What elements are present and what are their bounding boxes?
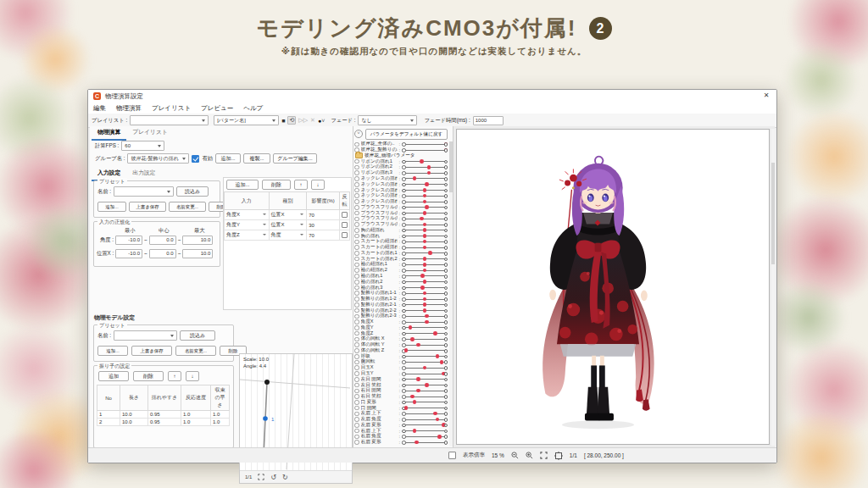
param-radio-icon[interactable] [354,325,359,330]
param-radio-icon[interactable] [354,240,359,245]
param-radio-icon[interactable] [354,423,359,428]
cell-no[interactable]: 2 [97,419,120,426]
fade-combo[interactable]: なし [358,115,417,125]
param-radio-icon[interactable] [354,245,359,250]
param-slider[interactable] [402,205,448,209]
param-slider-thumb[interactable] [444,142,448,147]
model-preset-name-combo[interactable] [114,330,177,341]
type-combo[interactable]: 角度 [271,231,305,239]
param-slider-thumb[interactable] [444,148,448,152]
param-slider-thumb[interactable] [425,314,429,319]
invert-checkbox[interactable] [342,212,348,218]
param-slider[interactable] [402,240,448,244]
fit-view-icon[interactable] [258,474,264,480]
param-radio-icon[interactable] [354,342,359,347]
frame-view-icon[interactable] [554,452,563,460]
param-radio-icon[interactable] [354,314,359,319]
param-slider[interactable] [402,291,448,296]
param-slider[interactable] [402,331,448,336]
input-add-button[interactable]: 追加... [226,180,259,190]
param-radio-icon[interactable] [354,337,359,342]
param-slider[interactable] [402,217,448,221]
param-row[interactable]: 右眉 変形: [354,440,448,446]
param-slider[interactable] [402,395,448,399]
parameter-scrollbar[interactable] [449,141,453,446]
param-radio-icon[interactable] [354,263,359,268]
param-slider[interactable] [402,188,448,192]
param-slider-thumb[interactable] [427,171,431,175]
param-slider[interactable] [402,297,448,302]
param-radio-icon[interactable] [354,251,359,256]
param-slider-thumb[interactable] [425,205,429,209]
param-slider-thumb[interactable] [423,366,427,370]
param-radio-icon[interactable] [354,389,359,394]
menu-help[interactable]: ヘルプ [243,104,263,113]
input-combo[interactable]: 角度Y [226,221,267,229]
pendulum-preview-graph[interactable]: 1 2 Scale: 10.0 Angle: 4.4 1/1 ↺ ↻ [239,353,353,484]
param-radio-icon[interactable] [354,234,359,239]
param-radio-icon[interactable] [354,412,359,417]
cell-sway[interactable]: 0.95 [148,411,181,419]
param-slider-thumb[interactable] [423,291,427,296]
param-slider-thumb[interactable] [423,228,427,232]
param-radio-icon[interactable] [354,371,359,376]
param-slider[interactable] [402,314,448,319]
param-radio-icon[interactable] [354,176,359,181]
param-radio-icon[interactable] [354,193,359,198]
tab-physics[interactable]: 物理演算 [92,126,126,141]
param-slider-thumb[interactable] [423,223,427,227]
param-slider-thumb[interactable] [423,234,427,238]
pendulum-delete-button[interactable]: 削除 [133,371,164,381]
group-name-combo[interactable]: 彼岸花-髪飾りの揺れ [127,153,189,164]
model-preset-rename-button[interactable]: 名前変更... [175,346,216,356]
param-radio-icon[interactable] [354,280,359,285]
param-slider[interactable] [402,429,448,433]
param-slider-thumb[interactable] [420,159,424,164]
param-slider[interactable] [402,377,448,381]
move-down-icon[interactable]: ↓ [311,180,325,190]
cell-sway[interactable]: 0.95 [148,419,181,426]
param-radio-icon[interactable] [354,170,359,175]
param-slider-thumb[interactable] [423,200,427,204]
param-radio-icon[interactable] [354,165,359,170]
param-radio-icon[interactable] [354,302,359,308]
param-radio-icon[interactable] [354,268,359,273]
param-slider[interactable] [402,360,448,364]
param-slider[interactable] [402,200,448,204]
scrollbar-thumb[interactable] [449,141,453,192]
param-slider[interactable] [402,325,448,330]
group-add-button[interactable]: 追加... [215,153,241,164]
cell-convergence[interactable]: 1.0 [211,411,230,419]
param-slider[interactable] [402,234,448,238]
cell-length[interactable]: 10.0 [120,411,148,419]
param-slider[interactable] [402,348,448,352]
param-slider[interactable] [402,286,448,290]
param-radio-icon[interactable] [354,222,359,227]
preset-rename-button[interactable]: 名前変更... [169,202,206,212]
enabled-checkbox[interactable] [192,155,199,163]
param-slider-thumb[interactable] [436,354,440,358]
param-slider-thumb[interactable] [436,418,440,422]
param-slider-thumb[interactable] [423,269,427,273]
menu-preview[interactable]: プレビュー [201,104,233,113]
param-radio-icon[interactable] [354,319,359,324]
record-chevron-icon[interactable]: ˅ [321,118,325,124]
param-slider-thumb[interactable] [420,286,425,290]
param-slider-thumb[interactable] [423,297,427,302]
param-slider[interactable] [402,383,448,387]
preset-load-button[interactable]: 読込み [176,186,209,197]
fit-view-icon[interactable] [540,452,548,459]
invert-checkbox[interactable] [342,232,348,238]
param-slider[interactable] [402,269,448,273]
param-slider-thumb[interactable] [404,348,409,352]
param-slider-thumb[interactable] [425,383,429,387]
param-slider-thumb[interactable] [423,188,427,192]
fps-combo[interactable]: 60 [121,141,164,151]
reset-parameters-button[interactable]: パラメータをデフォルト値に戻す [365,129,448,140]
param-slider[interactable] [402,246,448,250]
fade-time-input[interactable]: 1000 [473,116,504,125]
model-canvas[interactable] [456,129,770,445]
param-slider-thumb[interactable] [423,263,427,267]
param-radio-icon[interactable] [354,331,359,336]
param-slider-thumb[interactable] [423,194,427,198]
